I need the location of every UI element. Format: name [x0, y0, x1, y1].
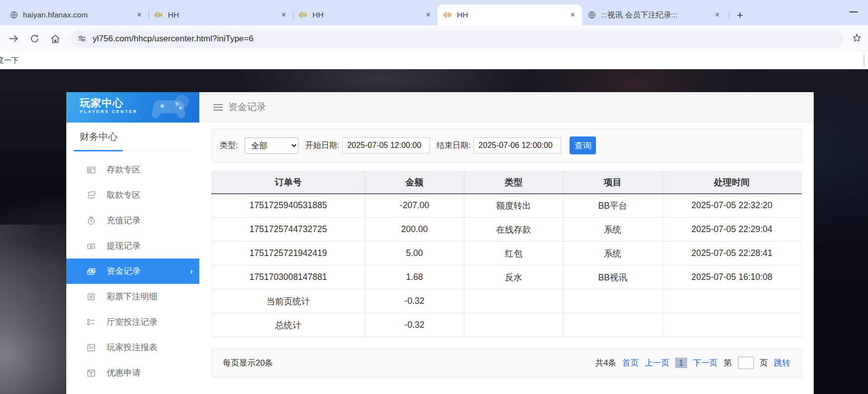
tab-title: :::视讯 会员下注纪录::: — [601, 10, 709, 20]
tab-close-icon[interactable]: × — [136, 10, 143, 19]
reload-button[interactable] — [24, 28, 45, 49]
jump-link[interactable]: 跳转 — [774, 358, 790, 369]
tune-icon[interactable] — [78, 34, 86, 43]
promo-apply-icon: ¥ — [86, 368, 96, 378]
tab-close-icon[interactable]: × — [281, 10, 287, 19]
player-report-icon — [86, 343, 96, 353]
table-cell: 红包 — [464, 242, 563, 265]
gold-wave-icon — [299, 11, 307, 18]
jump-page-input[interactable] — [738, 357, 754, 369]
table-cell: 1751703008147881 — [212, 265, 365, 289]
globe-icon — [588, 11, 596, 19]
browser-tab-hh2[interactable]: HH× — [293, 4, 437, 25]
start-date-input[interactable] — [342, 137, 430, 153]
fund-record-icon — [86, 266, 96, 276]
sidebar-item-withdraw-zone[interactable]: 取款专区 — [66, 182, 199, 208]
star-icon — [852, 33, 862, 43]
sidebar-item-player-report[interactable]: 玩家投注报表 — [66, 335, 199, 360]
sidebar-item-withdraw-record[interactable]: 提现记录 — [66, 233, 199, 259]
gold-wave-icon — [154, 11, 163, 18]
svg-text:¥: ¥ — [90, 372, 93, 377]
sidebar-item-hall-bet-record[interactable]: 厅室投注记录 — [66, 309, 199, 335]
type-select[interactable]: 全部 — [245, 137, 298, 154]
finance-center-section-title: 财务中心 — [66, 123, 199, 143]
sidebar-item-promo-apply[interactable]: ¥优惠申请 — [66, 360, 199, 386]
hamburger-icon — [213, 104, 223, 111]
prev-page-link[interactable]: 上一页 — [645, 358, 670, 369]
home-icon — [50, 33, 61, 44]
sidebar-item-label: 充值记录 — [107, 215, 141, 226]
start-date-label: 开始日期: — [305, 140, 339, 151]
home-button[interactable] — [45, 28, 66, 49]
table-cell: -0.32 — [365, 313, 464, 337]
table-cell: BB视讯 — [563, 265, 662, 289]
table-cell: 在线存款 — [464, 218, 563, 242]
total-count-text: 共4条 — [595, 358, 616, 369]
table-cell: 系统 — [563, 218, 662, 242]
table-row: 1751725940531885-207.00额度转出BB平台2025-07-0… — [212, 194, 802, 218]
sidebar: 玩家中心 PLAYERS CENTER 财务中心 存款专区取款专区¥充值记录提现… — [66, 92, 199, 394]
sidebar-item-label: 存款专区 — [107, 164, 141, 175]
address-bar[interactable]: yl756.com/hhcp/usercenter.html?iniType=6 — [71, 30, 843, 48]
page-background: 玩家中心 PLAYERS CENTER 财务中心 存款专区取款专区¥充值记录提现… — [0, 69, 868, 394]
table-row: 17517257219424195.00红包系统2025-07-05 22:28… — [212, 242, 802, 265]
table-cell: BB平台 — [563, 194, 662, 218]
table-cell — [662, 313, 801, 337]
tab-title: HH — [168, 10, 276, 19]
search-button[interactable]: 查询 — [570, 136, 596, 154]
table-cell: -0.32 — [365, 289, 464, 313]
end-date-input[interactable] — [473, 137, 561, 153]
table-cell: 5.00 — [365, 242, 464, 265]
browser-tab-bar: haiyan.hfanax.com×HH×HH×HH×:::视讯 会员下注纪录:… — [0, 0, 868, 25]
table-header-cell: 金额 — [365, 171, 464, 194]
browser-tab-hh1[interactable]: HH× — [148, 4, 293, 25]
sidebar-item-fund-record[interactable]: 资金记录› — [66, 259, 199, 284]
page-size-text: 每页显示20条 — [223, 358, 595, 369]
tab-close-icon[interactable]: × — [425, 10, 432, 19]
window-minimize-button[interactable] — [850, 11, 858, 12]
tab-close-icon[interactable]: × — [714, 10, 721, 19]
bookmark-item[interactable]: 度一下 — [0, 56, 19, 65]
withdraw-record-icon — [86, 241, 96, 251]
reload-icon — [29, 33, 40, 44]
table-cell: 1751725940531885 — [212, 194, 365, 218]
tab-title: HH — [457, 10, 565, 19]
bookmark-star-button[interactable] — [852, 33, 862, 45]
table-cell: 额度转出 — [464, 194, 563, 218]
table-cell: -207.00 — [365, 194, 464, 218]
browser-tab-hh3[interactable]: HH× — [437, 4, 582, 25]
bookmarks-bar: 度一下 — [0, 52, 868, 69]
sidebar-item-deposit-zone[interactable]: 存款专区 — [66, 157, 199, 182]
table-cell: 2025-07-05 22:28:41 — [662, 242, 801, 265]
end-date-label: 结束日期: — [436, 140, 470, 151]
table-cell: 1751725744732725 — [212, 218, 365, 242]
fund-records-table: 订单号金额类型项目处理时间 1751725940531885-207.00额度转… — [211, 171, 802, 337]
browser-tab-shixun[interactable]: :::视讯 会员下注纪录:::× — [582, 4, 726, 25]
table-cell: 当前页统计 — [212, 289, 365, 313]
table-cell: 2025-07-05 16:10:08 — [662, 265, 801, 289]
table-row: 当前页统计-0.32 — [212, 289, 802, 313]
tab-close-icon[interactable]: × — [570, 10, 576, 19]
browser-tab-haiyan[interactable]: haiyan.hfanax.com× — [4, 4, 148, 25]
deposit-icon — [86, 165, 96, 175]
sidebar-item-lottery-detail[interactable]: 彩票下注明细 — [66, 284, 199, 309]
tab-title: HH — [312, 10, 420, 19]
sidebar-item-promo-record[interactable]: 优惠申请记录 — [66, 386, 199, 394]
table-header-cell: 处理时间 — [662, 171, 801, 194]
withdraw-zone-icon — [86, 190, 96, 200]
first-page-link[interactable]: 首页 — [622, 358, 639, 369]
next-page-link[interactable]: 下一页 — [693, 358, 718, 369]
current-page-indicator[interactable]: 1 — [675, 358, 687, 368]
table-header-cell: 项目 — [563, 171, 662, 194]
table-header-cell: 订单号 — [212, 171, 365, 194]
table-cell: 200.00 — [365, 218, 464, 242]
table-cell — [563, 313, 662, 337]
forward-button[interactable] — [3, 28, 24, 49]
tab-strip: haiyan.hfanax.com×HH×HH×HH×:::视讯 会员下注纪录:… — [0, 0, 868, 25]
sidebar-item-label: 取款专区 — [107, 189, 141, 201]
sidebar-item-recharge-record[interactable]: ¥充值记录 — [66, 208, 199, 233]
table-header-cell: 类型 — [464, 171, 563, 194]
scrollbar[interactable] — [864, 54, 865, 66]
new-tab-button[interactable]: + — [732, 8, 747, 23]
section-underline — [66, 150, 199, 151]
